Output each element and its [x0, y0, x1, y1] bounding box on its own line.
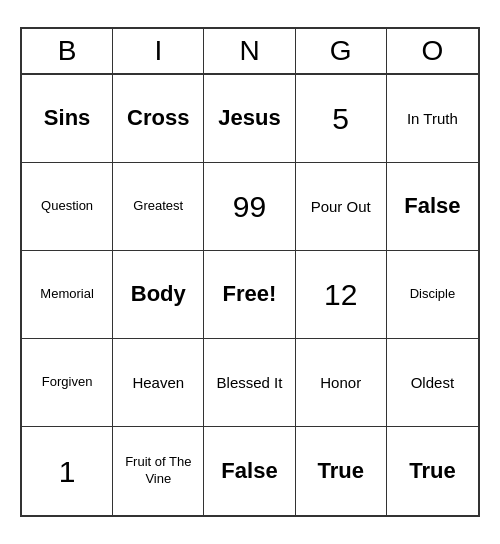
cell-r2-c1: Body [113, 251, 204, 339]
cell-r2-c3: 12 [296, 251, 387, 339]
cell-r3-c3: Honor [296, 339, 387, 427]
cell-r2-c4: Disciple [387, 251, 478, 339]
cell-r0-c4: In Truth [387, 75, 478, 163]
header-letter: G [296, 29, 387, 73]
cell-r2-c2: Free! [204, 251, 295, 339]
header-letter: B [22, 29, 113, 73]
cell-r3-c1: Heaven [113, 339, 204, 427]
cell-r4-c3: True [296, 427, 387, 515]
cell-r1-c2: 99 [204, 163, 295, 251]
cell-r2-c0: Memorial [22, 251, 113, 339]
bingo-header: BINGO [22, 29, 478, 75]
header-letter: N [204, 29, 295, 73]
bingo-grid: SinsCrossJesus5In TruthQuestionGreatest9… [22, 75, 478, 515]
cell-r4-c0: 1 [22, 427, 113, 515]
header-letter: I [113, 29, 204, 73]
cell-r0-c2: Jesus [204, 75, 295, 163]
cell-r1-c4: False [387, 163, 478, 251]
cell-r1-c3: Pour Out [296, 163, 387, 251]
cell-r0-c1: Cross [113, 75, 204, 163]
bingo-card: BINGO SinsCrossJesus5In TruthQuestionGre… [20, 27, 480, 517]
cell-r1-c1: Greatest [113, 163, 204, 251]
cell-r1-c0: Question [22, 163, 113, 251]
cell-r3-c4: Oldest [387, 339, 478, 427]
cell-r4-c1: Fruit of The Vine [113, 427, 204, 515]
cell-r3-c0: Forgiven [22, 339, 113, 427]
header-letter: O [387, 29, 478, 73]
cell-r0-c0: Sins [22, 75, 113, 163]
cell-r4-c4: True [387, 427, 478, 515]
cell-r3-c2: Blessed It [204, 339, 295, 427]
cell-r0-c3: 5 [296, 75, 387, 163]
cell-r4-c2: False [204, 427, 295, 515]
